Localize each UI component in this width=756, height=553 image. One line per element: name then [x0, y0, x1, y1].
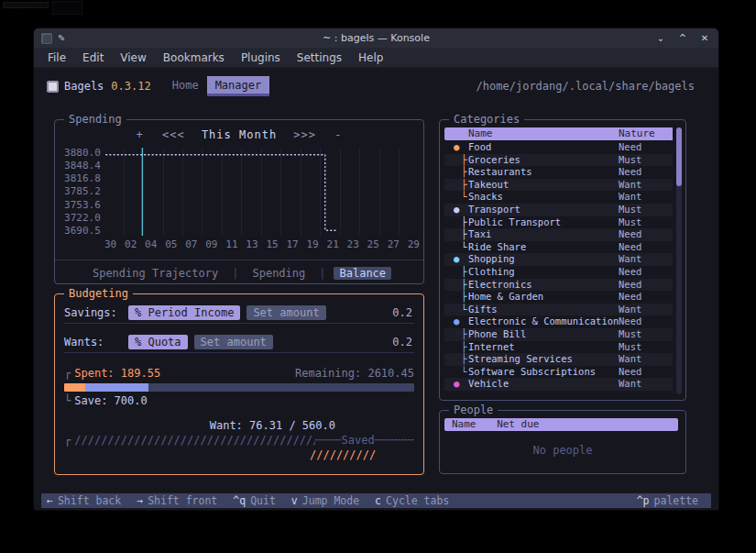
want-amount: Want: 76.31 / 560.0 — [64, 419, 414, 432]
categories-panel: Categories Name Nature ●FoodNeed ├Grocer… — [439, 119, 686, 401]
menu-bookmarks[interactable]: Bookmarks — [155, 50, 233, 66]
tab-balance[interactable]: Balance — [334, 267, 391, 280]
period-sub-button[interactable]: - — [329, 128, 347, 141]
hint-label: Cycle tabs — [386, 494, 449, 507]
category-row[interactable]: ├Phone BillMust — [444, 328, 673, 341]
category-name: Transport — [468, 204, 520, 216]
menu-file[interactable]: File — [39, 50, 74, 66]
chart-x-axis: 30 02 04 05 07 09 11 13 15 17 19 21 23 2… — [104, 238, 420, 250]
people-panel-title: People — [449, 404, 498, 416]
savings-set-amount-button[interactable]: Set amount — [247, 305, 325, 320]
data-path: /home/jordang/.local/share/bagels — [477, 80, 695, 93]
y-tick: 3785.2 — [60, 186, 101, 196]
category-name: Shopping — [468, 253, 515, 266]
hint-label: palette — [654, 494, 698, 507]
x-tick: 13 — [246, 238, 257, 250]
category-row[interactable]: ├TaxiNeed — [444, 228, 673, 241]
hint-quit[interactable]: ^qQuit — [233, 494, 276, 507]
category-row[interactable]: ├TakeoutWant — [444, 179, 673, 192]
tab-home[interactable]: Home — [164, 76, 207, 96]
hint-label: Shift back — [58, 494, 121, 507]
category-row[interactable]: └Software SubscriptionsNeed — [444, 366, 673, 379]
hint-shift-back[interactable]: ←Shift back — [47, 494, 121, 507]
minimize-button[interactable]: ⌄ — [654, 33, 667, 43]
x-tick: 21 — [327, 238, 339, 250]
key-ctrl-q: ^q — [233, 494, 246, 507]
category-row[interactable]: ●VehicleWant — [444, 378, 673, 391]
category-row[interactable]: ├ClothingNeed — [444, 266, 673, 279]
chart-mode-tabs: Spending Trajectory | Spending | Balance — [55, 267, 423, 280]
scrollbar-thumb[interactable] — [676, 127, 682, 186]
period-add-button[interactable]: + — [130, 128, 148, 141]
category-name: Takeout — [468, 179, 509, 192]
hint-jump-mode[interactable]: vJump Mode — [291, 494, 359, 507]
category-row[interactable]: ●TransportMust — [444, 204, 673, 216]
category-row[interactable]: └GiftsWant — [444, 304, 673, 316]
wants-quota-button[interactable]: % Quota — [128, 335, 188, 349]
key-ctrl-p: ^p — [637, 494, 650, 507]
category-row[interactable]: ├RestaurantsNeed — [444, 166, 673, 179]
desktop-artifact — [3, 2, 49, 8]
category-name: Home & Garden — [468, 291, 543, 304]
spending-panel: Spending + <<< This Month >>> - 3880.0 3… — [54, 119, 424, 284]
wants-set-amount-button[interactable]: Set amount — [194, 335, 273, 349]
category-row[interactable]: ├Public TransportMust — [444, 216, 673, 229]
scrollbar-track[interactable] — [676, 127, 682, 394]
category-row[interactable]: ●ShoppingWant — [444, 253, 673, 266]
people-empty-state: No people — [440, 444, 685, 457]
hint-shift-front[interactable]: →Shift front — [137, 494, 217, 507]
close-button[interactable]: ✕ — [698, 33, 711, 43]
savings-period-income-button[interactable]: % Period Income — [128, 305, 240, 320]
tab-spending[interactable]: Spending — [247, 267, 311, 280]
tree-branch-icon: ├ — [461, 353, 468, 366]
menu-settings[interactable]: Settings — [289, 50, 350, 66]
category-name: Phone Bill — [468, 328, 526, 341]
category-row[interactable]: ├Streaming ServicesWant — [444, 353, 673, 366]
category-row[interactable]: ●Electronic & CommunicationNeed — [444, 315, 673, 328]
budget-progress-bar — [64, 383, 414, 392]
category-row[interactable]: ├GroceriesMust — [444, 154, 673, 167]
y-tick: 3722.0 — [60, 213, 101, 223]
category-name: Ride Share — [468, 241, 526, 254]
category-row[interactable]: ●FoodNeed — [444, 141, 673, 154]
balance-line — [105, 155, 337, 231]
menu-plugins[interactable]: Plugins — [233, 50, 289, 66]
menu-view[interactable]: View — [112, 50, 154, 66]
wants-label: Wants: — [64, 336, 128, 348]
period-next-button[interactable]: >>> — [288, 128, 322, 141]
category-nature: Must — [619, 204, 641, 216]
period-prev-button[interactable]: <<< — [157, 128, 191, 141]
maximize-button[interactable]: ^ — [676, 33, 689, 43]
savings-value-field[interactable]: 0.2 — [392, 306, 414, 319]
hint-label: Quit — [250, 494, 276, 507]
menu-edit[interactable]: Edit — [74, 50, 112, 66]
category-name: Vehicle — [468, 378, 509, 391]
category-row[interactable]: ├ElectronicsNeed — [444, 279, 673, 292]
bracket-glyph: ┌ — [64, 367, 71, 380]
x-tick: 19 — [306, 238, 318, 250]
hint-cycle-tabs[interactable]: cCycle tabs — [375, 494, 449, 507]
people-panel: People Name Net due No people — [439, 410, 686, 474]
key-left-arrow: ← — [47, 494, 53, 507]
category-nature: Want — [619, 304, 641, 316]
y-tick: 3690.5 — [60, 226, 101, 236]
konsole-window: ✎ ~ : bagels — Konsole ⌄ ^ ✕ File Edit V… — [33, 28, 719, 511]
tree-branch-icon: ├ — [461, 266, 468, 279]
menu-help[interactable]: Help — [350, 50, 391, 66]
terminal-area: Bagels 0.3.12 Home Manager /home/jordang… — [34, 68, 718, 511]
tab-spending-trajectory[interactable]: Spending Trajectory — [87, 267, 224, 280]
spent-row: ┌ Spent: 189.55 Remaining: 2610.45 — [64, 367, 414, 380]
category-row[interactable]: └Ride ShareNeed — [444, 241, 673, 254]
category-nature: Want — [619, 253, 641, 266]
category-row[interactable]: └SnacksWant — [444, 191, 673, 204]
wants-value-field[interactable]: 0.2 — [392, 336, 414, 348]
category-row[interactable]: ├InternetMust — [444, 341, 673, 354]
tab-manager[interactable]: Manager — [207, 76, 270, 96]
category-row[interactable]: ├Home & GardenNeed — [444, 291, 673, 304]
tree-branch-icon: ├ — [461, 216, 468, 229]
category-name: Public Transport — [468, 216, 561, 229]
titlebar[interactable]: ✎ ~ : bagels — Konsole ⌄ ^ ✕ — [34, 28, 718, 48]
hint-palette[interactable]: ^ppalette — [637, 494, 698, 507]
category-bullet-icon: ● — [454, 253, 468, 266]
col-name: Name — [452, 418, 477, 430]
